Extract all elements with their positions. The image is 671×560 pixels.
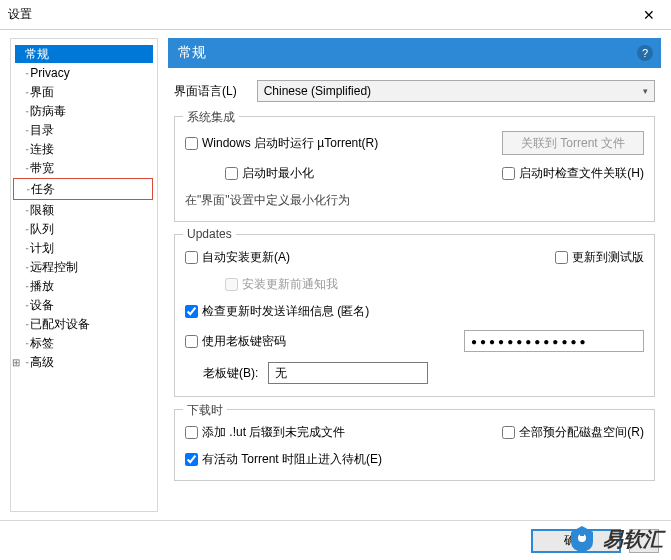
tree-item-playback[interactable]: ···播放: [15, 277, 153, 295]
panel-header: 常规 ?: [168, 38, 661, 68]
tree-item-privacy[interactable]: ···Privacy: [15, 64, 153, 82]
tree-item-connection[interactable]: ···连接: [15, 140, 153, 158]
anon-info-checkbox[interactable]: 检查更新时发送详细信息 (匿名): [185, 303, 369, 320]
auto-install-checkbox[interactable]: 自动安装更新(A): [185, 249, 290, 266]
tree-item-schedule[interactable]: ···计划: [15, 239, 153, 257]
language-label: 界面语言(L): [174, 83, 237, 100]
tree-item-ui[interactable]: ···界面: [15, 83, 153, 101]
panel-title: 常规: [178, 44, 206, 62]
minimize-note: 在"界面"设置中定义最小化行为: [185, 192, 350, 209]
boss-key-field[interactable]: 无: [268, 362, 428, 384]
boss-key-password-checkbox[interactable]: 使用老板键密码: [185, 333, 286, 350]
preallocate-checkbox[interactable]: 全部预分配磁盘空间(R): [502, 424, 644, 441]
ut-extension-checkbox[interactable]: 添加 .!ut 后辍到未完成文件: [185, 424, 345, 441]
tree-item-bandwidth[interactable]: ···带宽: [15, 159, 153, 177]
window-titlebar: 设置 ✕: [0, 0, 671, 30]
watermark: 易软汇: [567, 524, 663, 554]
expand-icon[interactable]: ⊞: [12, 357, 20, 368]
tree-item-advanced[interactable]: ⊞···高级: [15, 353, 153, 371]
logo-icon: [567, 524, 597, 554]
close-icon[interactable]: ✕: [626, 0, 671, 30]
chevron-down-icon: ▾: [643, 86, 648, 96]
system-integration-group: 系统集成 Windows 启动时运行 µTorrent(R) 关联到 Torre…: [174, 116, 655, 222]
start-with-windows-checkbox[interactable]: Windows 启动时运行 µTorrent(R): [185, 135, 378, 152]
tree-item-quota[interactable]: ···限额: [15, 201, 153, 219]
minimize-on-start-checkbox[interactable]: 启动时最小化: [225, 165, 314, 182]
tree-item-labels[interactable]: ···标签: [15, 334, 153, 352]
associate-torrent-button[interactable]: 关联到 Torrent 文件: [502, 131, 644, 155]
svg-rect-1: [580, 534, 584, 536]
window-title: 设置: [8, 6, 32, 23]
tree-item-antivirus[interactable]: ···防病毒: [15, 102, 153, 120]
tree-item-queue[interactable]: ···队列: [15, 220, 153, 238]
boss-key-label: 老板键(B):: [203, 365, 258, 382]
tree-item-tasks[interactable]: ···任务: [13, 178, 153, 200]
prevent-standby-checkbox[interactable]: 有活动 Torrent 时阻止进入待机(E): [185, 451, 382, 468]
help-icon[interactable]: ?: [637, 45, 653, 61]
notify-before-install-checkbox: 安装更新前通知我: [225, 276, 338, 293]
boss-password-field[interactable]: ●●●●●●●●●●●●●: [464, 330, 644, 352]
download-group: 下载时 添加 .!ut 后辍到未完成文件 全部预分配磁盘空间(R) 有活动 To…: [174, 409, 655, 481]
settings-tree: 常规 ···Privacy ···界面 ···防病毒 ···目录 ···连接 ·…: [10, 38, 158, 512]
check-assoc-checkbox[interactable]: 启动时检查文件关联(H): [502, 165, 644, 182]
language-select[interactable]: Chinese (Simplified) ▾: [257, 80, 655, 102]
tree-item-paired[interactable]: ···已配对设备: [15, 315, 153, 333]
tree-item-devices[interactable]: ···设备: [15, 296, 153, 314]
tree-item-remote[interactable]: ···远程控制: [15, 258, 153, 276]
tree-item-directories[interactable]: ···目录: [15, 121, 153, 139]
beta-updates-checkbox[interactable]: 更新到测试版: [555, 249, 644, 266]
updates-group: Updates 自动安装更新(A) 更新到测试版 安装更新前通知我: [174, 234, 655, 397]
tree-item-general[interactable]: 常规: [15, 45, 153, 63]
